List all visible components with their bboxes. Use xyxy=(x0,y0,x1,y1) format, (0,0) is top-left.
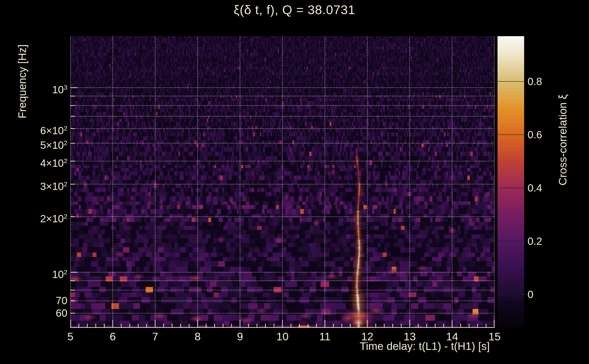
y-tick-label: 103 xyxy=(52,81,67,96)
y-tick-exponent: 2 xyxy=(64,180,67,188)
y-tick-label: 5×102 xyxy=(40,137,67,151)
y-tick-label: 2×102 xyxy=(40,210,67,225)
colorbar-tick-label: 0.8 xyxy=(528,75,542,88)
x-tick-label: 5 xyxy=(57,330,84,343)
x-tick-label: 6 xyxy=(99,330,126,343)
y-tick-exponent: 2 xyxy=(64,125,67,132)
colorbar-tick-label: 0 xyxy=(528,288,533,300)
x-tick-label: 11 xyxy=(311,330,338,343)
x-tick-label: 15 xyxy=(481,330,508,343)
heatmap-plot-area xyxy=(70,36,495,328)
y-tick-label: 3×102 xyxy=(40,178,67,192)
y-tick-label: 102 xyxy=(52,266,67,280)
colorbar-tick-label: 0.4 xyxy=(528,182,542,194)
x-tick-label: 12 xyxy=(354,330,381,343)
y-tick-label: 70 xyxy=(56,294,67,307)
x-tick-label: 7 xyxy=(142,330,169,343)
x-tick-label: 13 xyxy=(396,330,423,343)
colorbar-gradient xyxy=(497,36,524,328)
y-tick-exponent: 3 xyxy=(64,84,67,91)
x-tick-label: 14 xyxy=(438,330,466,343)
y-axis-title: Frequency [Hz] xyxy=(16,44,28,118)
colorbar-tick-label: 0.2 xyxy=(528,235,542,247)
y-tick-exponent: 2 xyxy=(64,268,67,276)
y-tick-exponent: 2 xyxy=(64,139,67,147)
colorbar-axis-title: Cross-correlation ξ xyxy=(556,94,569,185)
y-tick-label: 4×102 xyxy=(40,155,67,169)
y-tick-exponent: 2 xyxy=(64,213,67,220)
plot-title: ξ(δ t, f), Q = 38.0731 xyxy=(234,2,355,17)
x-tick-label: 8 xyxy=(184,330,211,343)
y-tick-exponent: 2 xyxy=(64,157,67,164)
y-tick-label: 60 xyxy=(56,307,67,319)
colorbar-tick-label: 0.6 xyxy=(528,129,542,141)
x-tick-label: 9 xyxy=(226,330,254,343)
y-tick-label: 6×102 xyxy=(40,122,67,137)
x-tick-label: 10 xyxy=(269,330,296,343)
